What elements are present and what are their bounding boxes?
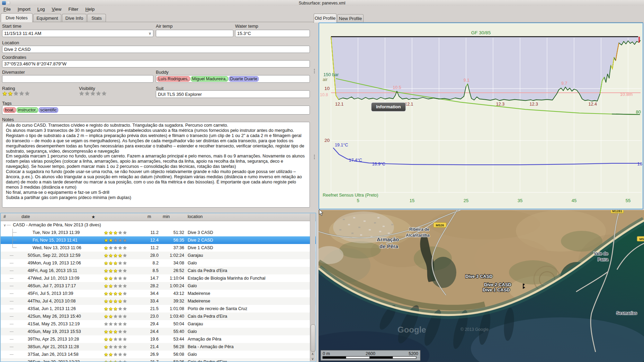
scroll-down-icon[interactable]: ∨: [310, 357, 315, 361]
dive-row[interactable]: Wed, Nov 13, 2013 11:06★★★★★11.237:36Div…: [1, 244, 316, 252]
menu-view[interactable]: View: [48, 6, 65, 12]
tab-new-profile[interactable]: New Profile: [337, 14, 364, 22]
dive-row[interactable]: 50Sun, Sep 22, 2013 12:59★★★★★28.01:02:2…: [1, 252, 316, 259]
svg-text:10.5: 10.5: [393, 85, 401, 90]
collapse-chevron-icon[interactable]: ∨: [3, 223, 6, 227]
star-empty-icon: ★: [118, 352, 123, 357]
location-label: Location: [2, 40, 19, 45]
dive-row[interactable]: 36Sun, Jan 20, 2013 12:33★★★★★21.758:36C…: [1, 358, 316, 362]
svg-text:80: 80: [636, 109, 641, 115]
tab-old-profile[interactable]: Old Profile: [314, 13, 337, 22]
pill: scientific: [39, 107, 58, 113]
star-filled-icon: ★: [113, 268, 118, 273]
tab-dive-info[interactable]: Dive Info: [62, 14, 87, 22]
star-empty-icon: ★: [113, 336, 118, 342]
divemaster-label: Divemaster: [2, 70, 25, 75]
star-empty-icon: ★: [123, 253, 127, 258]
tab-dive-notes[interactable]: Dive Notes: [1, 13, 33, 22]
dive-list-header[interactable]: #date★mminlocation: [1, 213, 316, 221]
svg-text:17.4°C: 17.4°C: [349, 158, 362, 163]
dive-row[interactable]: 49Mon, Aug 19, 2013 12:06★★★★★8.234:08Ga…: [1, 259, 316, 267]
dive-row[interactable]: 37Sat, Jan 26, 2013 14:58★★★★★26.956:08G…: [1, 351, 316, 358]
buddy-input[interactable]: Luís Rodrigues,Miguel Madureira,Duarte D…: [156, 75, 310, 83]
dive-list-scrollbar[interactable]: ∧ ∨: [310, 214, 315, 361]
rating-stars[interactable]: ★★★★★: [2, 91, 30, 97]
dive-row[interactable]: 38Sun, Apr 21, 2013 11:28★★★★★21.456:28B…: [1, 343, 316, 351]
dive-notes-panel: Start time Air temp Water temp 11/15/13 …: [0, 22, 316, 213]
menu-file[interactable]: File: [0, 6, 14, 12]
svg-text:5200: 5200: [409, 351, 418, 356]
dive-row[interactable]: 48Fri, Aug 16, 2013 15:11★★★★★8.526:52Ca…: [1, 267, 316, 274]
tab-stats[interactable]: Stats: [87, 14, 106, 22]
menu-bar: FileImportLogViewFilterHelp: [0, 6, 644, 13]
dive-row[interactable]: 44Thu, Jul 4, 2013 10:08★★★★★33.439:32Ma…: [1, 297, 316, 305]
air-temp-input[interactable]: [156, 30, 233, 37]
menu-log[interactable]: Log: [34, 6, 48, 12]
information-button[interactable]: Information: [371, 102, 406, 111]
coordinates-input[interactable]: 37°05'23.460"N 8°20'47.879"W: [2, 60, 310, 67]
column-header-2[interactable]: ★: [91, 214, 95, 219]
dive-row-selected[interactable]: Fri, Nov 15, 2013 11:41★★★★★12.456:35Div…: [1, 236, 316, 244]
divemaster-input[interactable]: [2, 75, 153, 83]
dive-site-map[interactable]: M526M526M1281Google© 2013 GoogleArmaçãod…: [319, 210, 644, 362]
star-filled-icon: ★: [113, 359, 118, 362]
star-filled-icon: ★: [104, 253, 109, 258]
notes-input[interactable]: Aula do curso CASD. Transectos c/video e…: [2, 122, 310, 208]
star-filled-icon: ★: [109, 298, 114, 304]
location-input[interactable]: Dive 2 CASD: [2, 46, 310, 53]
star-empty-icon: ★: [118, 245, 123, 251]
scrollbar-thumb[interactable]: [311, 324, 315, 352]
column-header-4[interactable]: min: [163, 214, 170, 219]
star-filled-icon: ★: [109, 275, 114, 281]
svg-text:2600: 2600: [366, 351, 375, 356]
dive-row[interactable]: 41Sat, May 25, 2013 12:19★★★★★29.450:04G…: [1, 320, 316, 328]
vertical-splitter[interactable]: [316, 13, 319, 362]
star-filled-icon: ★: [118, 298, 123, 304]
chevron-down-icon[interactable]: ∨: [149, 31, 151, 36]
star-filled-icon: ★: [104, 314, 109, 319]
menu-import[interactable]: Import: [14, 6, 34, 12]
svg-text:10: 10: [324, 86, 330, 91]
suit-input[interactable]: DUI TLS 350 Explorer: [156, 90, 310, 98]
scroll-up-icon[interactable]: ∧: [310, 352, 315, 356]
menu-filter[interactable]: Filter: [65, 6, 82, 12]
tab-equipment[interactable]: Equipment: [33, 14, 61, 22]
map-place-label: Ribeira de: [409, 227, 429, 232]
map-place-label: Sesmarias: [616, 311, 637, 316]
star-empty-icon: ★: [109, 321, 114, 327]
dive-row[interactable]: 39Thu, Apr 25, 2013 10:28★★★★★19.653:44A…: [1, 335, 316, 343]
pill: Duarte Duarte: [229, 76, 259, 82]
menu-help[interactable]: Help: [82, 6, 98, 12]
visibility-stars[interactable]: ★★★★★: [79, 91, 107, 97]
column-header-5[interactable]: location: [188, 214, 203, 219]
column-header-1[interactable]: date: [21, 214, 30, 219]
star-empty-icon: ★: [123, 321, 127, 327]
star-empty-icon: ★: [123, 268, 127, 273]
dive-row[interactable]: 43Sat, Jun 1, 2013 11:26★★★★★21.51:01:08…: [1, 305, 316, 313]
dive-row[interactable]: 42Sun, May 26, 2013 15:40★★★★★23.01:03:4…: [1, 313, 316, 320]
water-temp-input[interactable]: 15.3°C: [235, 30, 310, 37]
svg-text:25: 25: [464, 198, 468, 203]
tags-input[interactable]: boat,instructor,scientific: [2, 106, 310, 115]
svg-text:12.4: 12.4: [589, 102, 597, 107]
dive-row[interactable]: 47Wed, Jul 10, 2013 13:09★★★★★14.71:10:0…: [1, 274, 316, 282]
dive-row[interactable]: Tue, Nov 19, 2013 11:39★★★★★11.251:32Div…: [1, 229, 316, 236]
dive-row[interactable]: 40Sun, May 19, 2013 15:53★★★★★24.455:40G…: [1, 328, 316, 335]
column-header-3[interactable]: m: [147, 214, 151, 219]
dive-row[interactable]: 46Sun, Jul 7, 2013 17:17★★★★★28.21:00:24…: [1, 282, 316, 290]
left-tab-bar: Dive NotesEquipmentDive InfoStats: [1, 13, 313, 22]
start-time-input[interactable]: 11/15/13 11:41 AM∨: [2, 30, 153, 37]
dive-row[interactable]: 45Fri, Jul 5, 2013 10:39★★★★★34.443:12Ma…: [1, 290, 316, 297]
svg-text:12.3: 12.3: [530, 102, 538, 107]
map-canvas[interactable]: M526M526M1281Google© 2013 GoogleArmaçãod…: [319, 210, 644, 362]
star-filled-icon: ★: [104, 230, 109, 235]
star-filled-icon: ★: [109, 237, 114, 243]
star-empty-icon: ★: [113, 283, 118, 289]
star-filled-icon: ★: [113, 291, 118, 296]
star-empty-icon: ★: [118, 230, 123, 235]
svg-text:M526: M526: [639, 237, 644, 241]
trip-group-row[interactable]: ∨ CASD - Armação de Pêra, Nov 2013 (3 di…: [1, 221, 316, 229]
column-header-0[interactable]: #: [3, 214, 6, 219]
star-empty-icon: ★: [14, 90, 19, 97]
star-filled-icon: ★: [113, 230, 118, 235]
